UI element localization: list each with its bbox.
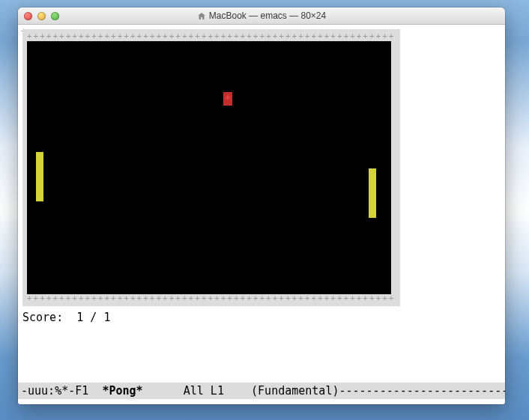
minimize-icon[interactable] — [37, 12, 46, 20]
modeline-left: -uuu:%*-F1 — [21, 384, 102, 398]
zoom-icon[interactable] — [51, 12, 59, 20]
score-left: 1 — [76, 311, 83, 324]
border-bottom: ++++++++++++++++++++++++++++++++++++++++… — [27, 296, 396, 302]
emacs-modeline[interactable]: -uuu:%*-F1 *Pong* All L1 (Fundamental)--… — [18, 383, 505, 399]
modeline-mid: All L1 (Fundamental) — [143, 384, 339, 398]
score-label: Score: — [22, 311, 76, 324]
score-sep: / — [83, 311, 103, 324]
pong-ball: * — [223, 92, 232, 106]
window-title: MacBook — emacs — 80×24 — [18, 10, 505, 21]
right-paddle[interactable] — [369, 168, 376, 218]
emacs-minibuffer[interactable] — [18, 399, 505, 404]
home-icon — [197, 12, 206, 20]
left-paddle[interactable] — [36, 152, 43, 201]
score-line: Score: 1 / 1 — [22, 311, 505, 324]
terminal-window: MacBook — emacs — 80×24 + ++++++++++++++… — [18, 7, 505, 404]
modeline-dashes: ------------------------------------ — [339, 384, 505, 398]
ball-glyph: * — [225, 93, 231, 105]
modeline-buffer: *Pong* — [102, 384, 142, 398]
window-titlebar[interactable]: MacBook — emacs — 80×24 — [18, 7, 505, 25]
window-title-text: MacBook — emacs — 80×24 — [209, 10, 326, 21]
pong-game-area: + ++++++++++++++++++++++++++++++++++++++… — [22, 29, 400, 306]
close-icon[interactable] — [24, 12, 32, 20]
score-right: 1 — [103, 311, 110, 324]
desktop-background: MacBook — emacs — 80×24 + ++++++++++++++… — [0, 0, 529, 420]
terminal-content[interactable]: + ++++++++++++++++++++++++++++++++++++++… — [18, 29, 505, 404]
traffic-lights — [18, 12, 59, 20]
border-top: ++++++++++++++++++++++++++++++++++++++++… — [27, 34, 396, 40]
pong-playfield[interactable]: * — [27, 41, 391, 294]
pong-border: ++++++++++++++++++++++++++++++++++++++++… — [22, 29, 400, 306]
